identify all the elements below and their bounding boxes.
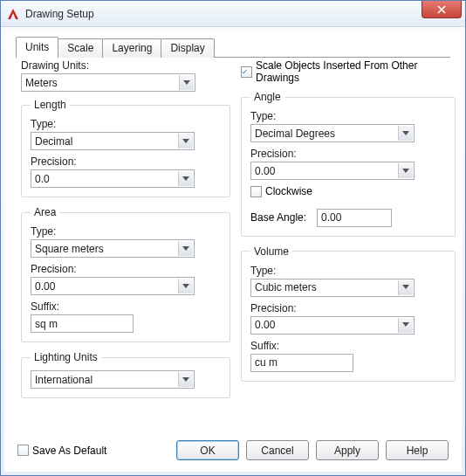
check-icon (242, 67, 247, 77)
right-column: Scale Objects Inserted From Other Drawin… (241, 59, 456, 390)
close-icon (437, 5, 446, 14)
scale-objects-label: Scale Objects Inserted From Other Drawin… (256, 59, 456, 84)
chevron-down-icon (178, 372, 193, 387)
area-group: Area Type: Square meters Precision: 0.00 (21, 206, 230, 342)
chevron-down-icon (178, 134, 193, 148)
tab-scale[interactable]: Scale (58, 38, 103, 58)
chevron-down-icon (398, 280, 413, 295)
area-suffix-label: Suffix: (31, 300, 221, 313)
angle-type-label: Type: (250, 110, 446, 122)
app-icon (6, 7, 20, 21)
volume-precision-value: 0.00 (255, 319, 275, 331)
tab-layering[interactable]: Layering (102, 38, 161, 58)
apply-button[interactable]: Apply (316, 440, 379, 460)
angle-group: Angle Type: Decimal Degrees Precision: 0… (241, 91, 456, 237)
volume-precision-label: Precision: (250, 302, 446, 314)
area-suffix-value: sq m (35, 318, 58, 330)
area-type-select[interactable]: Square meters (31, 239, 195, 258)
client-area: Units Scale Layering Display Drawing Uni… (4, 31, 462, 472)
volume-type-label: Type: (250, 265, 446, 277)
drawing-units-value: Meters (25, 77, 58, 89)
units-page: Drawing Units: Meters Length Type: Decim… (16, 59, 450, 432)
angle-precision-label: Precision: (250, 148, 446, 160)
volume-precision-select[interactable]: 0.00 (250, 316, 415, 335)
chevron-down-icon (398, 126, 413, 141)
area-legend: Area (31, 206, 59, 218)
tab-strip: Units Scale Layering Display (16, 38, 461, 58)
volume-legend: Volume (250, 245, 292, 258)
length-precision-value: 0.0 (35, 173, 50, 185)
length-group: Length Type: Decimal Precision: 0.0 (21, 99, 230, 197)
chevron-down-icon (398, 163, 413, 178)
titlebar: Drawing Setup (1, 1, 465, 27)
chevron-down-icon (178, 241, 193, 256)
checkbox-box (250, 186, 262, 197)
dialog-window: Drawing Setup Units Scale Layering Displ… (0, 0, 466, 476)
length-precision-label: Precision: (31, 155, 221, 168)
base-angle-value: 0.00 (321, 211, 341, 224)
volume-suffix-input[interactable]: cu m (250, 354, 353, 372)
volume-group: Volume Type: Cubic meters Precision: 0.0… (241, 245, 456, 382)
angle-type-value: Decimal Degrees (255, 128, 335, 140)
clockwise-label: Clockwise (265, 185, 312, 197)
clockwise-checkbox[interactable]: Clockwise (250, 185, 312, 197)
area-suffix-input[interactable]: sq m (31, 314, 134, 333)
angle-precision-value: 0.00 (255, 165, 275, 177)
tab-units[interactable]: Units (16, 37, 58, 58)
scale-objects-row: Scale Objects Inserted From Other Drawin… (241, 59, 456, 84)
area-precision-value: 0.00 (35, 280, 55, 293)
save-as-default-label: Save As Default (32, 445, 106, 457)
chevron-down-icon (398, 318, 413, 333)
angle-type-select[interactable]: Decimal Degrees (250, 124, 415, 142)
area-type-value: Square meters (35, 243, 104, 255)
volume-type-select[interactable]: Cubic meters (250, 279, 415, 297)
length-type-value: Decimal (35, 135, 72, 148)
area-precision-select[interactable]: 0.00 (31, 277, 195, 295)
drawing-units-label: Drawing Units: (21, 59, 230, 72)
volume-suffix-value: cu m (255, 356, 278, 369)
scale-objects-checkbox[interactable]: Scale Objects Inserted From Other Drawin… (241, 59, 456, 84)
area-type-label: Type: (31, 225, 221, 238)
checkbox-box (17, 445, 29, 456)
angle-legend: Angle (250, 91, 284, 103)
area-precision-label: Precision: (31, 263, 221, 275)
help-button[interactable]: Help (386, 440, 449, 460)
window-title: Drawing Setup (25, 8, 94, 20)
volume-suffix-label: Suffix: (250, 340, 446, 352)
base-angle-input[interactable]: 0.00 (317, 209, 392, 227)
length-type-label: Type: (31, 118, 221, 130)
lighting-select[interactable]: International (31, 370, 195, 389)
angle-precision-select[interactable]: 0.00 (250, 162, 415, 180)
button-row: Save As Default OK Cancel Apply Help (17, 440, 449, 460)
drawing-units-select[interactable]: Meters (21, 73, 195, 92)
lighting-value: International (35, 374, 93, 386)
checkbox-box-checked (241, 66, 252, 78)
volume-type-value: Cubic meters (255, 281, 317, 293)
length-precision-select[interactable]: 0.0 (31, 169, 195, 188)
lighting-legend: Lighting Units (31, 351, 101, 363)
left-column: Drawing Units: Meters Length Type: Decim… (21, 59, 230, 407)
cancel-button[interactable]: Cancel (246, 440, 309, 460)
chevron-down-icon (178, 171, 193, 186)
length-legend: Length (31, 99, 70, 111)
chevron-down-icon (178, 279, 193, 293)
base-angle-label: Base Angle: (250, 211, 306, 224)
length-type-select[interactable]: Decimal (31, 132, 195, 150)
chevron-down-icon (179, 75, 194, 90)
close-button[interactable] (421, 1, 462, 18)
tab-display[interactable]: Display (161, 38, 214, 58)
lighting-group: Lighting Units International (21, 351, 230, 398)
ok-button[interactable]: OK (176, 440, 239, 460)
save-as-default-checkbox[interactable]: Save As Default (17, 445, 106, 457)
